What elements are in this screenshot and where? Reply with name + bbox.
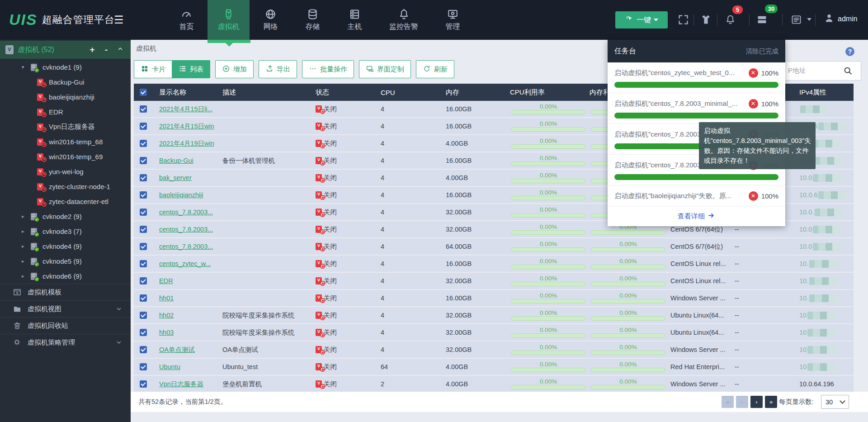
- one-key-button[interactable]: 一键: [615, 11, 668, 28]
- vm-name-link[interactable]: hh02: [159, 312, 174, 319]
- vm-name-link[interactable]: hh03: [159, 329, 174, 336]
- row-checkbox[interactable]: [140, 363, 147, 370]
- chevron-right-icon[interactable]: ▸: [22, 228, 27, 234]
- chevron-right-icon[interactable]: ▸: [22, 213, 27, 219]
- tree-vm-item[interactable]: Vyun-wei-log: [0, 164, 131, 179]
- vm-name-link[interactable]: 2021年4月19日win: [159, 139, 214, 148]
- row-checkbox[interactable]: [140, 105, 147, 113]
- vm-name-link[interactable]: Ubuntu: [159, 363, 180, 370]
- row-checkbox[interactable]: [140, 209, 147, 216]
- row-checkbox[interactable]: [140, 346, 147, 353]
- tree-node-6[interactable]: ▸✓cvknode6 (9): [0, 269, 131, 284]
- hamburger-icon[interactable]: ☰: [114, 14, 124, 26]
- grid-button[interactable]: 卡片: [134, 60, 172, 78]
- add-vm-button[interactable]: +: [87, 45, 97, 55]
- row-checkbox[interactable]: [140, 243, 147, 250]
- cell-name: Ubuntu: [154, 359, 217, 375]
- chevron-right-icon[interactable]: ▸: [22, 243, 27, 249]
- row-checkbox[interactable]: [140, 191, 147, 199]
- row-checkbox[interactable]: [140, 294, 147, 302]
- shirt-icon[interactable]: [700, 14, 712, 26]
- tree-node-1[interactable]: ▾✓cvknode1 (9): [0, 60, 131, 75]
- chevron-down-icon[interactable]: ▾: [22, 64, 27, 70]
- cell-ip: 10.0: [796, 221, 854, 237]
- vm-name-link[interactable]: Backup-Gui: [159, 157, 193, 164]
- vm-name-link[interactable]: OA单点测试: [159, 346, 195, 354]
- select-all-checkbox[interactable]: [140, 89, 147, 96]
- row-checkbox[interactable]: [140, 312, 147, 319]
- vm-name-link[interactable]: Vpn日志服务器: [159, 380, 203, 389]
- tree-vm-item[interactable]: Vwin2016-temp_68: [0, 134, 131, 149]
- vm-name-link[interactable]: bak_server: [159, 174, 192, 181]
- nav-item-gauge[interactable]: 首页: [165, 0, 208, 40]
- row-checkbox[interactable]: [140, 123, 147, 130]
- list-button[interactable]: 列表: [172, 60, 210, 78]
- nav-item-manage[interactable]: 管理: [432, 0, 474, 40]
- remove-vm-button[interactable]: -: [101, 45, 111, 55]
- vm-name-link[interactable]: EDR: [159, 277, 173, 284]
- tasks-icon[interactable]: [756, 14, 768, 26]
- nav-item-alarm[interactable]: 监控告警: [376, 0, 432, 40]
- row-checkbox[interactable]: [140, 140, 147, 147]
- tree-vm-item[interactable]: VVpn日志服务器: [0, 119, 131, 134]
- tree-vm-item[interactable]: VEDR: [0, 104, 131, 119]
- view-details-link[interactable]: 查看详细: [608, 206, 785, 226]
- user-menu[interactable]: admin: [824, 13, 858, 25]
- tree-vm-item[interactable]: Vwin2016-temp_69: [0, 149, 131, 164]
- tree-node-2[interactable]: ▸✓cvknode2 (9): [0, 209, 131, 224]
- vm-name-link[interactable]: centos_7.8.2003...: [159, 243, 213, 250]
- nav-item-host[interactable]: 主机: [334, 0, 376, 40]
- clear-completed-link[interactable]: 清除已完成: [746, 47, 779, 56]
- row-checkbox[interactable]: [140, 226, 147, 233]
- first-page-button[interactable]: «: [722, 396, 734, 408]
- fullscreen-icon[interactable]: [677, 14, 689, 26]
- row-checkbox[interactable]: [140, 260, 147, 267]
- vm-name-link[interactable]: centos_7.8.2003...: [159, 209, 213, 216]
- next-page-button[interactable]: ›: [750, 396, 763, 408]
- bell-icon[interactable]: [724, 14, 736, 26]
- sidebar-item-policy[interactable]: 虚拟机策略管理: [0, 334, 131, 351]
- collapse-icon[interactable]: [115, 45, 125, 55]
- sidebar-item-folder[interactable]: 虚拟机视图: [0, 300, 131, 317]
- refresh-button[interactable]: 刷新: [416, 60, 454, 78]
- export-button[interactable]: 导出: [259, 60, 297, 78]
- sidebar-item-template[interactable]: 虚拟机模板: [0, 284, 131, 300]
- vm-name-link[interactable]: hh01: [159, 294, 174, 302]
- list-card-icon[interactable]: [790, 14, 802, 26]
- vm-name-link[interactable]: centos_zytec_w...: [159, 260, 211, 267]
- tree-vm-item[interactable]: Vzytec-cluster-node-1: [0, 179, 131, 194]
- row-checkbox[interactable]: [140, 329, 147, 336]
- chevron-right-icon[interactable]: ▸: [22, 273, 27, 279]
- row-checkbox[interactable]: [140, 174, 147, 181]
- row-checkbox[interactable]: [140, 157, 147, 164]
- tree-node-5[interactable]: ▸✓cvknode5 (9): [0, 254, 131, 269]
- tree-node-4[interactable]: ▸✓cvknode4 (9): [0, 239, 131, 254]
- chevron-right-icon[interactable]: ▸: [22, 258, 27, 264]
- tree-node-3[interactable]: ▸✓cvknode3 (7): [0, 224, 131, 239]
- vm-name-link[interactable]: 2021年4月15日li...: [159, 105, 212, 114]
- vm-name-link[interactable]: 2021年4月15日win: [159, 122, 214, 131]
- prev-page-button[interactable]: ‹: [736, 396, 748, 408]
- nav-item-vm[interactable]: 虚拟机: [208, 0, 250, 40]
- nav-item-globe[interactable]: 网络: [250, 0, 292, 40]
- last-page-button[interactable]: »: [765, 396, 777, 408]
- tree-vm-item[interactable]: VBackup-Gui: [0, 75, 131, 90]
- help-icon[interactable]: ?: [845, 47, 854, 56]
- one-key-label: 一键: [637, 15, 651, 25]
- page-size-select[interactable]: 30: [821, 395, 849, 409]
- plus-button[interactable]: 增加: [215, 60, 254, 78]
- nav-item-storage[interactable]: 存储: [292, 0, 334, 40]
- utilization-value: 0.00%: [540, 190, 557, 196]
- sidebar-item-trash[interactable]: 虚拟机回收站: [0, 317, 131, 334]
- cell-ip: 10.: [796, 273, 854, 289]
- cell-cpuu: 0.00%: [504, 307, 587, 323]
- row-checkbox[interactable]: [140, 277, 147, 284]
- search-icon[interactable]: [843, 66, 853, 76]
- monitor-button[interactable]: 界面定制: [359, 60, 411, 78]
- tree-vm-item[interactable]: Vbaoleijiqianzhiji: [0, 90, 131, 104]
- vm-name-link[interactable]: centos_7.8.2003...: [159, 226, 213, 233]
- dots-button[interactable]: 批量操作: [302, 60, 354, 78]
- vm-name-link[interactable]: baoleijiqianzhiji: [159, 191, 203, 199]
- tree-vm-item[interactable]: Vzytec-datacenter-etl: [0, 194, 131, 209]
- row-checkbox[interactable]: [140, 380, 147, 388]
